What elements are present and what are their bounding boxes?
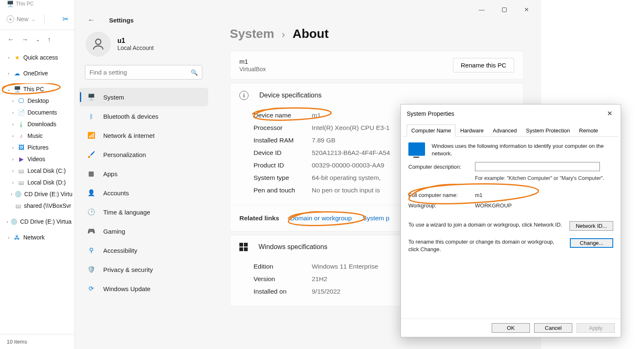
- tree-label: This PC: [23, 86, 44, 92]
- wifi-icon: 📶: [87, 131, 96, 140]
- nav-personalization[interactable]: 🖌️Personalization: [79, 145, 208, 164]
- info-icon: i: [239, 91, 249, 100]
- maximize-button[interactable]: [495, 3, 514, 16]
- description-hint: For example: "Kitchen Computer" or "Mary…: [475, 175, 613, 181]
- tree-this-pc[interactable]: ⌄🖥️This PC: [0, 83, 75, 95]
- tab-remote[interactable]: Remote: [574, 125, 603, 137]
- settings-sidebar: u1 Local Account 🔍 🖥️System ᛒBluetooth &…: [75, 25, 212, 349]
- tree-music[interactable]: ›♪Music: [0, 130, 75, 142]
- breadcrumb: System › About: [230, 27, 524, 41]
- tab-hardware[interactable]: Hardware: [455, 125, 488, 137]
- breadcrumb-root[interactable]: System: [230, 27, 274, 41]
- spec-label: Processor: [254, 124, 312, 132]
- tree-local-c[interactable]: ›🖴Local Disk (C:): [0, 165, 75, 177]
- user-profile[interactable]: u1 Local Account: [77, 29, 210, 65]
- tree-pictures[interactable]: ›🖼Pictures: [0, 142, 75, 153]
- breadcrumb-sep: ›: [282, 29, 285, 40]
- windows-spec-title: Windows specifications: [259, 243, 327, 251]
- system-properties-dialog: System Properties ✕ Computer Name Hardwa…: [400, 104, 621, 337]
- nav-label: Accessibility: [103, 247, 137, 254]
- nav-accounts[interactable]: 👤Accounts: [79, 184, 208, 202]
- tree-videos[interactable]: ›▶Videos: [0, 153, 75, 165]
- settings-search[interactable]: 🔍: [85, 65, 202, 80]
- nav-tree: ›★Quick access ›☁OneDrive ⌄🖥️This PC ›🖵D…: [0, 51, 75, 244]
- spec-value: m1: [312, 112, 321, 119]
- pc-model: VirtualBox: [239, 66, 266, 72]
- tree-label: Local Disk (C:): [27, 167, 66, 174]
- pc-name: m1: [239, 58, 266, 65]
- tree-cd-e1[interactable]: ›💿CD Drive (E:) Virtu: [0, 188, 75, 200]
- apps-icon: ▦: [87, 170, 96, 178]
- tree-local-d[interactable]: ›🖴Local Disk (D:): [0, 177, 75, 188]
- breadcrumb-current: About: [293, 27, 329, 41]
- disk-icon: 🖴: [17, 167, 25, 174]
- nav-system[interactable]: 🖥️System: [79, 88, 208, 106]
- network-id-button[interactable]: Network ID...: [569, 221, 613, 231]
- tree-desktop[interactable]: ›🖵Desktop: [0, 95, 75, 107]
- clock-icon: 🕒: [87, 208, 96, 216]
- downloads-icon: ⭳: [17, 121, 25, 127]
- search-input[interactable]: [90, 69, 191, 76]
- ok-button[interactable]: OK: [492, 323, 530, 333]
- search-icon: 🔍: [191, 69, 198, 76]
- monitor-icon: 🖥️: [13, 86, 21, 92]
- tab-system-protection[interactable]: System Protection: [522, 125, 575, 137]
- nav-bluetooth[interactable]: ᛒBluetooth & devices: [79, 107, 208, 125]
- tab-computer-name[interactable]: Computer Name: [407, 125, 455, 137]
- tree-label: CD Drive (E:) Virtu: [24, 191, 72, 197]
- computer-icon: [408, 142, 425, 156]
- workgroup-label: Workgroup:: [408, 202, 475, 209]
- nav-recent-button[interactable]: ⌄: [36, 37, 40, 42]
- close-button[interactable]: ✕: [517, 3, 536, 16]
- tree-label: Desktop: [27, 97, 49, 104]
- nav-network[interactable]: 📶Network & internet: [79, 126, 208, 145]
- tree-documents[interactable]: ›📄Documents: [0, 107, 75, 118]
- tab-advanced[interactable]: Advanced: [488, 125, 522, 137]
- system-protection-link[interactable]: System p: [363, 214, 390, 222]
- spec-value: No pen or touch input is: [312, 187, 380, 194]
- tree-network[interactable]: ›🖧Network: [0, 232, 75, 243]
- domain-workgroup-link[interactable]: Domain or workgroup: [290, 214, 352, 222]
- nav-forward-button[interactable]: →: [22, 36, 28, 43]
- pc-icon: 🖥️: [6, 0, 14, 7]
- accessibility-icon: ⚲: [87, 246, 96, 254]
- computer-description-input[interactable]: [475, 162, 600, 171]
- nav-up-button[interactable]: ↑: [47, 36, 51, 43]
- cut-icon[interactable]: ✂: [61, 15, 70, 24]
- bluetooth-icon: ᛒ: [87, 112, 96, 120]
- tree-quick-access[interactable]: ›★Quick access: [0, 52, 75, 63]
- nav-time[interactable]: 🕒Time & language: [79, 203, 208, 221]
- cd-icon: 💿: [15, 191, 22, 197]
- spec-label: Edition: [254, 263, 312, 270]
- spec-value: 9/15/2022: [312, 288, 341, 295]
- nav-label: Personalization: [103, 151, 146, 158]
- documents-icon: 📄: [17, 109, 25, 116]
- cancel-button[interactable]: Cancel: [534, 323, 572, 333]
- nav-label: Gaming: [103, 228, 125, 235]
- tree-downloads[interactable]: ›⭳Downloads: [0, 118, 75, 130]
- tree-cd-e2[interactable]: ›💿CD Drive (E:) Virtua: [0, 216, 75, 227]
- spec-label: Device ID: [254, 149, 312, 157]
- nav-privacy[interactable]: 🛡️Privacy & security: [79, 260, 208, 279]
- intro-text: Windows uses the following information t…: [432, 142, 613, 157]
- network-id-text: To use a wizard to join a domain or work…: [408, 221, 564, 229]
- nav-back-button[interactable]: ←: [7, 36, 14, 43]
- avatar-icon: [86, 32, 111, 57]
- minimize-button[interactable]: —: [472, 3, 491, 16]
- user-type: Local Account: [117, 45, 154, 51]
- nav-gaming[interactable]: 🎮Gaming: [79, 222, 208, 240]
- tree-shared[interactable]: 🖴shared (\\VBoxSvr: [0, 200, 75, 212]
- nav-label: Accounts: [103, 189, 129, 197]
- nav-update[interactable]: ⟳Windows Update: [79, 279, 208, 298]
- rename-pc-button[interactable]: Rename this PC: [453, 58, 514, 72]
- full-computer-name-label: Full computer name:: [408, 192, 475, 198]
- tree-onedrive[interactable]: ›☁OneDrive: [0, 67, 75, 79]
- system-icon: 🖥️: [87, 93, 96, 101]
- apply-button[interactable]: Apply: [577, 323, 615, 333]
- dialog-close-button[interactable]: ✕: [604, 108, 616, 119]
- nav-accessibility[interactable]: ⚲Accessibility: [79, 241, 208, 259]
- tree-label: shared (\\VBoxSvr: [24, 202, 71, 209]
- new-button[interactable]: + New ⌄: [4, 14, 37, 25]
- change-button[interactable]: Change...: [570, 238, 613, 248]
- nav-apps[interactable]: ▦Apps: [79, 165, 208, 183]
